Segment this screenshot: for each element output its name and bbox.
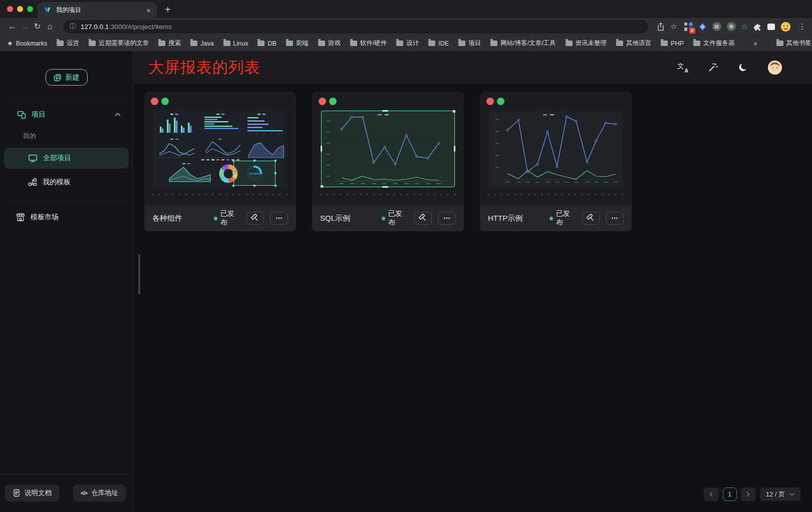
forward-icon[interactable]: → (19, 23, 31, 31)
more-button[interactable] (438, 212, 456, 225)
bookmark-folder[interactable]: 软件/硬件 (350, 39, 387, 48)
sidebar-group-mine: 我的 (0, 128, 133, 145)
divider (8, 201, 125, 201)
dotted-divider (320, 194, 456, 195)
edit-button[interactable] (414, 212, 432, 225)
card-traffic-dots (480, 98, 632, 105)
page-title: 大屏报表的列表 (148, 57, 260, 78)
bookmark-folder[interactable]: 文件服务器 (693, 39, 735, 48)
docs-button[interactable]: 说明文档 (5, 484, 59, 501)
sidebar-item-all-projects[interactable]: 全部项目 (4, 148, 129, 169)
folder-icon (490, 41, 497, 46)
hammer-icon (251, 214, 260, 223)
extension-star-icon[interactable]: ☆ (741, 22, 748, 31)
red-dot (319, 98, 326, 105)
address-bar[interactable]: ⓘ 127.0.0.1:3000/#/project/items (63, 20, 648, 34)
extensions-puzzle-icon[interactable] (753, 22, 762, 31)
bookmark-folder[interactable]: Java (190, 40, 213, 47)
sidebar-section-project[interactable]: 项目 (0, 104, 133, 126)
bookmark-folder[interactable]: 近期需要读的文章 (89, 39, 149, 48)
status-label: 已发布 (388, 209, 408, 227)
publish-status: 已发布 (550, 209, 576, 227)
selection-handle (382, 110, 388, 112)
sidebar-item-label: 我的模板 (43, 178, 71, 187)
zoom-window-button[interactable] (27, 6, 33, 12)
bookmark-folder[interactable]: IDE (428, 40, 449, 47)
magic-wand-icon[interactable] (707, 62, 719, 74)
chevron-up-icon[interactable] (115, 113, 121, 117)
share-icon[interactable] (657, 23, 664, 31)
mini-gauge-selected: 25.00% (232, 160, 277, 187)
mini-line-chart-2 (204, 139, 241, 158)
more-button[interactable] (606, 212, 624, 225)
edit-button[interactable] (246, 212, 264, 225)
other-bookmarks[interactable]: 其他书签 (776, 39, 811, 48)
language-icon[interactable]: 文A (677, 63, 688, 73)
extension-record-icon[interactable] (727, 22, 736, 31)
next-page-button[interactable] (741, 487, 756, 501)
folder-icon (693, 41, 700, 46)
bookmark-folder[interactable]: Linux (223, 40, 248, 47)
bookmark-folder[interactable]: 项目 (458, 39, 481, 48)
prev-page-button[interactable] (704, 487, 719, 501)
extension-command-icon[interactable]: ⌘ (712, 22, 721, 31)
mini-line-chart (158, 139, 195, 158)
project-card[interactable]: 25.00% 各种组件 已发布 (144, 92, 296, 231)
bookmark-folder[interactable]: PHP (661, 40, 684, 47)
extension-grid-icon[interactable]: 9 (684, 23, 693, 31)
bookmark-folder[interactable]: 其他语言 (616, 39, 651, 48)
current-page-button[interactable]: 1 (723, 487, 737, 501)
project-thumbnail[interactable] (321, 111, 455, 187)
project-thumbnail[interactable] (489, 111, 623, 187)
close-window-button[interactable] (7, 6, 13, 12)
bookmark-folder[interactable]: 资讯未整理 (566, 39, 607, 48)
more-button[interactable] (270, 212, 288, 225)
card-footer: HTTP示例 已发布 (480, 205, 632, 231)
bookmark-folder[interactable]: 设计 (396, 39, 419, 48)
back-icon[interactable]: ← (6, 23, 19, 31)
bookmark-label: 资讯未整理 (576, 39, 607, 48)
more-dots-icon (442, 214, 451, 223)
sidebar-item-template-market[interactable]: 模板市场 (0, 206, 133, 228)
sidebar-item-my-templates[interactable]: 我的模板 (4, 172, 129, 193)
bookmarks-manager[interactable]: ★Bookmarks (7, 40, 47, 47)
scrollbar-thumb[interactable] (138, 254, 140, 294)
project-card[interactable]: HTTP示例 已发布 (480, 92, 632, 231)
browser-tab[interactable]: 我的项目 × (38, 2, 157, 18)
status-dot-icon (550, 217, 553, 220)
user-avatar[interactable] (768, 61, 782, 75)
project-thumbnail[interactable]: 25.00% (153, 111, 287, 187)
profile-avatar-emoji[interactable] (780, 22, 791, 32)
home-icon[interactable]: ⌂ (44, 23, 56, 31)
edit-button[interactable] (582, 212, 600, 225)
dark-mode-moon-icon[interactable] (737, 62, 749, 74)
bookmark-star-icon[interactable]: ☆ (670, 22, 677, 31)
side-panel-icon[interactable] (767, 24, 775, 30)
bookmark-folder[interactable]: 搜索 (158, 39, 181, 48)
publish-status: 已发布 (214, 209, 240, 227)
site-info-icon[interactable]: ⓘ (70, 22, 76, 31)
folder-icon (318, 41, 325, 46)
docs-button-label: 说明文档 (25, 488, 52, 497)
repository-button[interactable]: </> 仓库地址 (73, 484, 126, 501)
bookmark-folder[interactable]: DB (257, 40, 276, 47)
page-size-select[interactable]: 12 / 页 (760, 487, 800, 501)
components-preview-chart: 25.00% (153, 111, 287, 187)
bookmark-label: 游戏 (328, 39, 341, 48)
new-project-button[interactable]: 新建 (46, 69, 88, 86)
bookmarks-overflow-chevron[interactable]: » (753, 40, 757, 47)
extension-kite-icon[interactable] (698, 23, 707, 31)
minimize-window-button[interactable] (17, 6, 23, 12)
project-card[interactable]: SQL示例 已发布 (312, 92, 464, 231)
bookmark-folder[interactable]: 网站/博客/文章/工具 (490, 39, 556, 48)
bookmark-label: 网站/博客/文章/工具 (500, 39, 556, 48)
bookmark-label: 软件/硬件 (360, 39, 387, 48)
browser-menu-icon[interactable]: ⋮ (798, 22, 806, 31)
tab-close-icon[interactable]: × (146, 7, 151, 14)
new-tab-button[interactable]: + (165, 4, 171, 16)
bookmark-folder[interactable]: 前端 (286, 39, 309, 48)
reload-icon[interactable]: ↻ (31, 23, 44, 31)
bookmark-folder[interactable]: 运营 (57, 39, 79, 48)
bookmark-folder[interactable]: 游戏 (318, 39, 341, 48)
folder-icon (89, 41, 96, 46)
